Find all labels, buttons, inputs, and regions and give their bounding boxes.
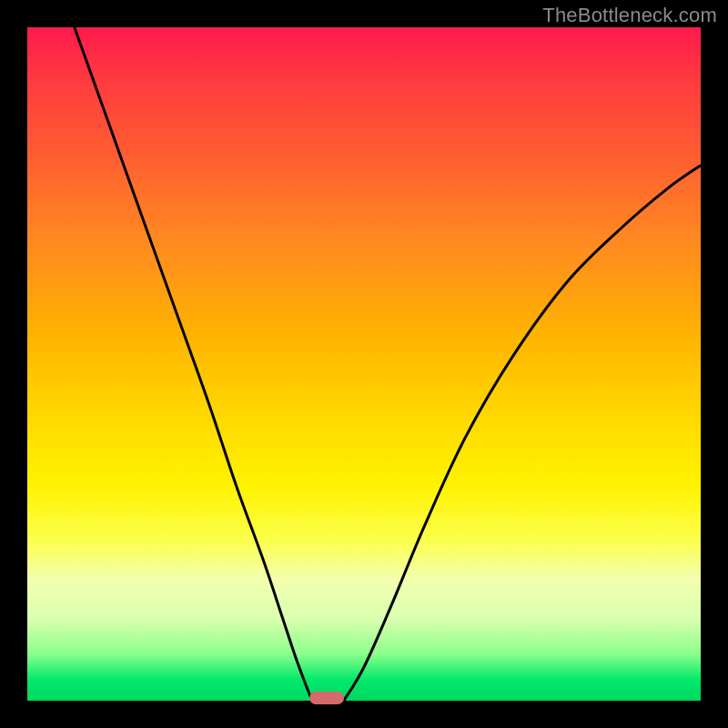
right-curve	[344, 166, 701, 701]
left-curve	[75, 27, 312, 701]
chart-frame: TheBottleneck.com	[0, 0, 728, 728]
curve-layer	[27, 27, 701, 701]
minimum-marker	[309, 692, 344, 704]
watermark-text: TheBottleneck.com	[542, 4, 717, 27]
plot-area	[27, 27, 701, 701]
